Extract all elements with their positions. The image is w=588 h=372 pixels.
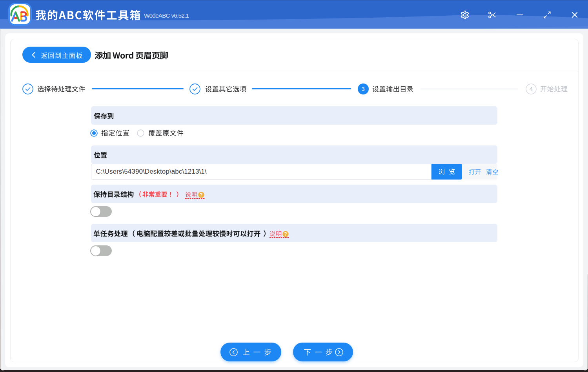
svg-text:?: ? <box>284 231 287 237</box>
svg-text:?: ? <box>200 192 202 198</box>
